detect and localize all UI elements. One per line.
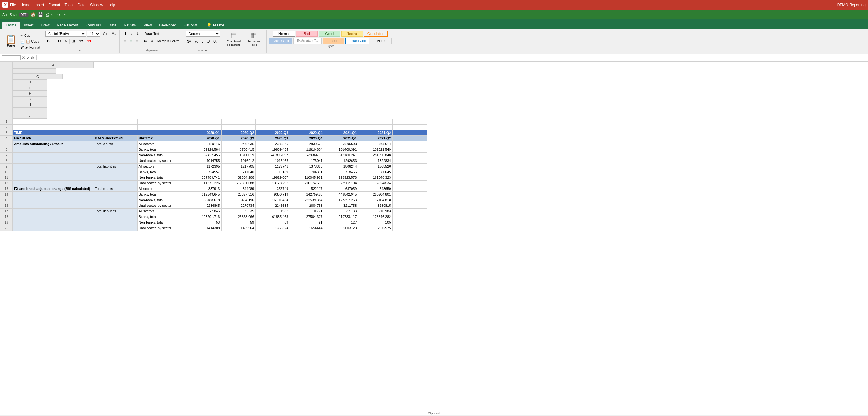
cell-extra-13[interactable]: [392, 214, 427, 219]
sub-header-extra[interactable]: [392, 136, 427, 141]
cell-q1_2020-10[interactable]: 33188.678: [187, 197, 221, 203]
cell-q4_2020-14[interactable]: 91: [290, 219, 324, 225]
cell-extra-3[interactable]: [392, 158, 427, 164]
tab-insert[interactable]: Insert: [20, 22, 37, 29]
menu-help[interactable]: Help: [107, 3, 115, 7]
col-header-g[interactable]: G: [13, 96, 47, 102]
cell-1b[interactable]: [94, 119, 137, 124]
cell-q1_2020-4[interactable]: 1172395: [187, 164, 221, 169]
cell-measure-9[interactable]: [13, 191, 94, 197]
cell-q4_2020-8[interactable]: 522117: [290, 186, 324, 191]
style-neutral[interactable]: Neutral: [341, 31, 363, 37]
cell-q1_2020-15[interactable]: 1414308: [187, 225, 221, 231]
cell-q1_2021-9[interactable]: 449842.945: [324, 191, 358, 197]
more-button[interactable]: ⋯: [62, 12, 67, 17]
cell-q2_2020-0[interactable]: 2472935: [221, 141, 255, 147]
col-header-j[interactable]: J: [13, 113, 47, 119]
bold-button[interactable]: B: [45, 38, 51, 44]
cell-q3_2020-14[interactable]: 59: [255, 219, 290, 225]
cut-button[interactable]: ✂ Cut: [19, 33, 41, 38]
cell-q1_2020-3[interactable]: 1014755: [187, 158, 221, 164]
cell-balsheet-7[interactable]: [94, 180, 137, 186]
cell-2h[interactable]: [324, 124, 358, 130]
cell-extra-4[interactable]: [392, 164, 427, 169]
col-header-b[interactable]: B: [13, 68, 56, 74]
cell-q3_2020-10[interactable]: 16101.434: [255, 197, 290, 203]
cell-q3_2020-11[interactable]: 2245634: [255, 203, 290, 208]
cell-extra-14[interactable]: [392, 219, 427, 225]
home-button[interactable]: 🏠: [30, 12, 36, 17]
style-bad[interactable]: Bad: [296, 31, 318, 37]
cell-extra-10[interactable]: [392, 197, 427, 203]
font-size-select[interactable]: 11: [87, 31, 100, 37]
spreadsheet-area[interactable]: A B C D E F G H I J 1: [0, 62, 868, 415]
cell-measure-1[interactable]: [13, 147, 94, 152]
italic-button[interactable]: I: [52, 38, 56, 44]
formula-cancel-button[interactable]: ✕: [22, 55, 25, 60]
cell-sector-9[interactable]: Banks, total: [137, 191, 187, 197]
format-painter-button[interactable]: 🖌 🖌 Format: [19, 45, 41, 50]
cell-q4_2020-11[interactable]: 2604753: [290, 203, 324, 208]
cell-balsheet-8[interactable]: Total claims: [94, 186, 137, 191]
cell-q2_2020-11[interactable]: 2279734: [221, 203, 255, 208]
cell-q1_2021-4[interactable]: 1806244: [324, 164, 358, 169]
cell-q2_2021-6[interactable]: 161348.323: [358, 175, 392, 180]
cell-2c[interactable]: [137, 124, 187, 130]
measure-header[interactable]: MEASURE: [13, 136, 94, 141]
tab-review[interactable]: Review: [120, 22, 140, 29]
redo-button[interactable]: ↪: [57, 12, 60, 17]
cell-measure-15[interactable]: [13, 225, 94, 231]
name-box[interactable]: [2, 55, 21, 60]
cell-q4_2020-12[interactable]: 10.771: [290, 208, 324, 214]
cell-measure-5[interactable]: [13, 169, 94, 175]
cell-q1_2020-14[interactable]: 53: [187, 219, 221, 225]
align-top-button[interactable]: ⬆: [122, 31, 128, 37]
cell-balsheet-0[interactable]: Total claims: [94, 141, 137, 147]
title-bar-menu[interactable]: File Home Insert Format Tools Data Windo…: [10, 3, 115, 7]
cell-measure-4[interactable]: [13, 164, 94, 169]
cell-measure-13[interactable]: [13, 214, 94, 219]
balsheet-header[interactable]: BALSHEETPOSN: [94, 136, 137, 141]
cell-q2_2021-8[interactable]: 743650: [358, 186, 392, 191]
cell-q2_2020-12[interactable]: 5.539: [221, 208, 255, 214]
undo-button[interactable]: ↩: [51, 12, 55, 17]
style-explanatory[interactable]: Explanatory T...: [293, 38, 322, 44]
cell-q1_2020-13[interactable]: 123201.716: [187, 214, 221, 219]
cell-q2_2021-9[interactable]: 250204.801: [358, 191, 392, 197]
col-header-d[interactable]: D: [13, 80, 47, 85]
cell-1c[interactable]: [137, 119, 187, 124]
cell-q2_2020-2[interactable]: 18117.19: [221, 152, 255, 158]
tab-tell-me[interactable]: 💡 Tell me: [203, 22, 228, 29]
align-right-button[interactable]: ≡: [134, 38, 140, 44]
number-format-select[interactable]: General: [186, 31, 220, 37]
cell-1i[interactable]: [358, 119, 392, 124]
q4-2020-header[interactable]: 2020-Q4: [290, 130, 324, 136]
cell-q1_2020-6[interactable]: 267489.741: [187, 175, 221, 180]
cell-q2_2021-13[interactable]: 178846.282: [358, 214, 392, 219]
copy-button[interactable]: 📄 📋 Copy: [19, 39, 41, 44]
cell-sector-10[interactable]: Non-banks, total: [137, 197, 187, 203]
cell-extra-7[interactable]: [392, 180, 427, 186]
cell-q2_2020-9[interactable]: 23327.316: [221, 191, 255, 197]
q3-2020-header[interactable]: 2020-Q3: [255, 130, 290, 136]
cell-2d[interactable]: [187, 124, 221, 130]
cell-balsheet-11[interactable]: [94, 203, 137, 208]
border-button[interactable]: ⊞: [70, 38, 76, 44]
cell-sector-11[interactable]: Unallocated by sector: [137, 203, 187, 208]
cell-q3_2020-5[interactable]: 719139: [255, 169, 290, 175]
cell-measure-11[interactable]: [13, 203, 94, 208]
menu-insert[interactable]: Insert: [34, 3, 44, 7]
font-decrease-button[interactable]: A↓: [110, 31, 118, 37]
cell-q1_2021-1[interactable]: 101409.391: [324, 147, 358, 152]
cell-2b[interactable]: [94, 124, 137, 130]
cell-measure-2[interactable]: [13, 152, 94, 158]
cell-q2_2021-5[interactable]: 680645: [358, 169, 392, 175]
cell-q1_2020-12[interactable]: -7.846: [187, 208, 221, 214]
col-header-f[interactable]: F: [13, 91, 47, 96]
cell-q2_2021-14[interactable]: 105: [358, 219, 392, 225]
cell-balsheet-13[interactable]: [94, 214, 137, 219]
cell-q4_2020-6[interactable]: -110045.961: [290, 175, 324, 180]
fill-color-button[interactable]: A▾: [77, 38, 85, 44]
cell-q1_2021-14[interactable]: 127: [324, 219, 358, 225]
cell-q2_2020-8[interactable]: 344989: [221, 186, 255, 191]
